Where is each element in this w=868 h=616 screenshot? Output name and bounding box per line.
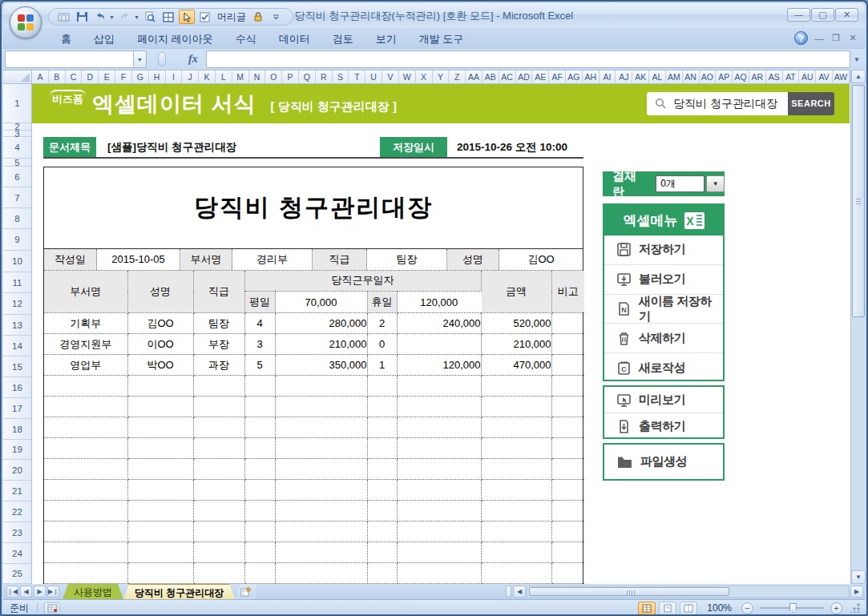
empty-cell[interactable] bbox=[44, 480, 127, 501]
cell-r0-c5[interactable]: 2 bbox=[367, 313, 397, 334]
empty-cell[interactable] bbox=[481, 480, 551, 501]
column-header-AD[interactable]: AD bbox=[516, 70, 533, 84]
column-header-J[interactable]: J bbox=[182, 70, 199, 84]
empty-cell[interactable] bbox=[551, 480, 584, 501]
empty-cell[interactable] bbox=[551, 376, 584, 397]
empty-cell[interactable] bbox=[481, 438, 551, 459]
row-header-10[interactable]: 10 bbox=[3, 251, 31, 272]
insert-function-icon[interactable]: fx bbox=[188, 53, 198, 66]
empty-cell[interactable] bbox=[367, 438, 397, 459]
info-label-0[interactable]: 작성일 bbox=[44, 249, 97, 269]
empty-cell[interactable] bbox=[397, 542, 481, 563]
empty-cell[interactable] bbox=[275, 417, 367, 438]
empty-cell[interactable] bbox=[481, 417, 551, 438]
ribbon-tab-7[interactable]: 개발 도구 bbox=[408, 28, 475, 49]
close-button[interactable]: ✕ bbox=[835, 8, 858, 22]
empty-cell[interactable] bbox=[481, 563, 551, 584]
menu-item-preview[interactable]: 미리보기 bbox=[604, 387, 723, 413]
empty-cell[interactable] bbox=[275, 521, 367, 542]
cell-r0-c3[interactable]: 4 bbox=[244, 313, 275, 334]
column-header-AW[interactable]: AW bbox=[833, 70, 850, 84]
search-input[interactable]: 당직비 청구관리대장 bbox=[647, 92, 788, 115]
worksheet[interactable]: 비즈폼 엑셀데이터 서식 [ 당직비 청구관리대장 ] 당직비 청구관리대장 S… bbox=[32, 84, 850, 584]
row-header-16[interactable]: 16 bbox=[3, 377, 31, 398]
column-header-U[interactable]: U bbox=[365, 70, 382, 84]
vertical-scroll-thumb[interactable] bbox=[852, 85, 865, 317]
minimize-button[interactable]: — bbox=[787, 8, 810, 22]
column-header-K[interactable]: K bbox=[199, 70, 216, 84]
row-header-11[interactable]: 11 bbox=[3, 272, 31, 293]
empty-cell[interactable] bbox=[193, 397, 244, 417]
col-header-weekday[interactable]: 평일 bbox=[244, 292, 275, 313]
row-header-21[interactable]: 21 bbox=[3, 481, 31, 501]
empty-cell[interactable] bbox=[244, 501, 275, 521]
empty-cell[interactable] bbox=[244, 438, 275, 459]
cell-r0-c4[interactable]: 280,000 bbox=[275, 313, 367, 334]
column-header-AU[interactable]: AU bbox=[799, 70, 816, 84]
empty-cell[interactable] bbox=[127, 376, 193, 397]
empty-cell[interactable] bbox=[551, 521, 584, 542]
weekday-rate[interactable]: 70,000 bbox=[275, 292, 367, 313]
col-header-name[interactable]: 성명 bbox=[127, 271, 193, 313]
cell-r0-c0[interactable]: 기획부 bbox=[44, 313, 127, 334]
col-header-duty-days[interactable]: 당직근무일자 bbox=[244, 271, 481, 292]
empty-cell[interactable] bbox=[44, 542, 127, 563]
workbook-restore-button[interactable]: ❐ bbox=[830, 33, 842, 43]
empty-cell[interactable] bbox=[244, 480, 275, 501]
normal-view-button[interactable] bbox=[638, 602, 656, 615]
cell-r1-c2[interactable]: 부장 bbox=[193, 334, 244, 355]
empty-cell[interactable] bbox=[397, 397, 481, 417]
row-header-18[interactable]: 18 bbox=[3, 419, 31, 440]
empty-cell[interactable] bbox=[275, 501, 367, 521]
column-header-AC[interactable]: AC bbox=[499, 70, 516, 84]
empty-cell[interactable] bbox=[367, 459, 397, 480]
info-value-0[interactable]: 2015-10-05 bbox=[97, 249, 180, 269]
cell-r2-c0[interactable]: 영업부 bbox=[44, 355, 127, 376]
empty-cell[interactable] bbox=[127, 521, 193, 542]
sheet-tab-0[interactable]: 사용방법 bbox=[63, 584, 123, 599]
row-header-20[interactable]: 20 bbox=[3, 460, 31, 481]
empty-cell[interactable] bbox=[551, 459, 584, 480]
column-header-AO[interactable]: AO bbox=[700, 70, 717, 84]
empty-cell[interactable] bbox=[127, 563, 193, 584]
column-header-I[interactable]: I bbox=[166, 70, 183, 84]
info-label-1[interactable]: 부서명 bbox=[180, 249, 232, 269]
column-header-M[interactable]: M bbox=[232, 70, 249, 84]
empty-cell[interactable] bbox=[44, 417, 127, 438]
row-header-19[interactable]: 19 bbox=[3, 440, 31, 460]
cell-r1-c4[interactable]: 210,000 bbox=[275, 334, 367, 355]
empty-cell[interactable] bbox=[481, 501, 551, 521]
empty-cell[interactable] bbox=[44, 563, 127, 584]
empty-cell[interactable] bbox=[244, 417, 275, 438]
zoom-level[interactable]: 100% bbox=[707, 602, 732, 614]
column-header-AP[interactable]: AP bbox=[716, 70, 733, 84]
column-header-Y[interactable]: Y bbox=[433, 70, 450, 84]
empty-cell[interactable] bbox=[481, 542, 551, 563]
col-header-holiday[interactable]: 휴일 bbox=[367, 292, 397, 313]
empty-cell[interactable] bbox=[275, 397, 367, 417]
cell-r0-c1[interactable]: 김OO bbox=[127, 313, 193, 334]
cell-r2-c4[interactable]: 350,000 bbox=[275, 355, 367, 376]
row-header-5[interactable]: 5 bbox=[3, 159, 31, 167]
cell-r0-c8[interactable] bbox=[551, 313, 584, 334]
scroll-left-icon[interactable]: ◀ bbox=[513, 586, 526, 598]
column-header-Q[interactable]: Q bbox=[299, 70, 316, 84]
column-header-T[interactable]: T bbox=[349, 70, 365, 84]
empty-cell[interactable] bbox=[275, 542, 367, 563]
empty-cell[interactable] bbox=[551, 501, 584, 521]
empty-cell[interactable] bbox=[481, 521, 551, 542]
empty-cell[interactable] bbox=[367, 480, 397, 501]
col-header-dept[interactable]: 부서명 bbox=[44, 271, 127, 313]
macro-record-icon[interactable] bbox=[44, 602, 60, 614]
scroll-right-icon[interactable]: ▶ bbox=[850, 586, 863, 598]
empty-cell[interactable] bbox=[551, 438, 584, 459]
scroll-up-icon[interactable]: ▲ bbox=[851, 70, 866, 83]
column-header-AH[interactable]: AH bbox=[583, 70, 600, 84]
empty-cell[interactable] bbox=[367, 563, 397, 584]
column-header-AK[interactable]: AK bbox=[632, 70, 649, 84]
empty-cell[interactable] bbox=[193, 521, 244, 542]
column-header-L[interactable]: L bbox=[216, 70, 232, 84]
cell-r1-c5[interactable]: 0 bbox=[367, 334, 397, 355]
column-header-B[interactable]: B bbox=[49, 70, 66, 84]
column-header-H[interactable]: H bbox=[149, 70, 166, 84]
